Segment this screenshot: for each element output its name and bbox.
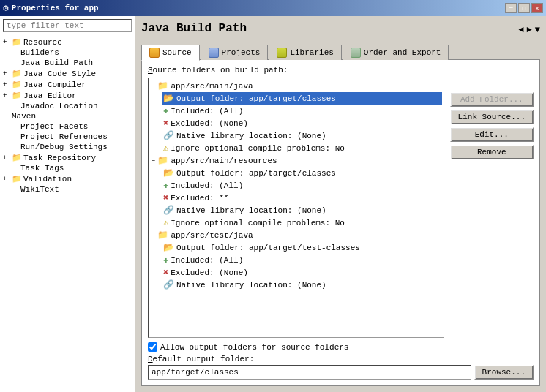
build-path-tree[interactable]: – 📁 app/src/main/java 📂 Output folder: a… xyxy=(148,78,444,338)
node-label: app/src/main/resources xyxy=(171,157,277,165)
allow-output-label: Allow output folders for source folders xyxy=(160,343,348,352)
javadoc-label: Javadoc Location xyxy=(20,102,98,110)
restore-button[interactable]: ❐ xyxy=(518,3,530,13)
wikitext-label: WikiText xyxy=(20,185,59,194)
content-buttons: Add Folder... Link Source... Edit... Rem… xyxy=(450,78,534,338)
right-panel: Java Build Path ◄ ► ▼ Source Projects Li… xyxy=(135,16,546,392)
java-compiler-icon: 📁 xyxy=(12,80,22,89)
exclude-icon: ✖ xyxy=(163,118,168,129)
remove-button[interactable]: Remove xyxy=(450,145,534,159)
tree-node-output-resources[interactable]: 📂 Output folder: app/target/classes xyxy=(162,167,442,179)
java-build-path-label: Java Build Path xyxy=(20,59,93,67)
tab-source[interactable]: Source xyxy=(141,45,200,61)
tree-node-excluded-1[interactable]: ✖ Excluded: (None) xyxy=(162,117,442,129)
tree-node-excluded-3[interactable]: ✖ Excluded: (None) xyxy=(162,266,442,279)
projects-tab-icon xyxy=(209,48,219,58)
folder-icon: 📁 xyxy=(157,155,168,166)
edit-button[interactable]: Edit... xyxy=(450,127,534,142)
tree-item-maven[interactable]: – Maven xyxy=(1,111,133,121)
tree-item-javadoc[interactable]: Javadoc Location xyxy=(10,101,133,111)
node-label: Excluded: (None) xyxy=(171,268,248,277)
project-facets-label: Project Facets xyxy=(20,122,88,131)
tree-node-native-1[interactable]: 🔗 Native library location: (None) xyxy=(162,129,442,142)
native-icon: 🔗 xyxy=(163,130,174,141)
builders-label: Builders xyxy=(20,48,59,57)
close-button[interactable]: ✕ xyxy=(531,3,543,13)
tree-item-validation[interactable]: + 📁 Validation xyxy=(1,173,133,184)
tree-item-task-tags[interactable]: Task Tags xyxy=(10,163,133,173)
tree-item-java-code-style[interactable]: + 📁 Java Code Style xyxy=(1,68,133,79)
node-label: Ignore optional compile problems: No xyxy=(171,144,345,153)
libraries-tab-icon xyxy=(277,48,287,58)
link-source-button[interactable]: Link Source... xyxy=(450,110,534,124)
node-label: Included: (All) xyxy=(171,181,243,190)
allow-output-checkbox[interactable] xyxy=(148,342,157,352)
project-references-label: Project References xyxy=(20,132,108,141)
expand-icon: + xyxy=(3,81,10,88)
java-code-style-icon: 📁 xyxy=(12,69,22,78)
tree-node-included-1[interactable]: ✚ Included: (All) xyxy=(162,105,442,117)
tree-item-run-debug[interactable]: Run/Debug Settings xyxy=(10,142,133,152)
default-rest: efault output folder: xyxy=(153,355,255,363)
collapse-icon: – xyxy=(152,157,155,165)
expand-icon: + xyxy=(3,92,10,99)
back-nav-icon[interactable]: ◄ xyxy=(518,25,523,35)
tree-item-task-repository[interactable]: + 📁 Task Repository xyxy=(1,152,133,163)
node-label: Excluded: ** xyxy=(171,194,228,203)
tab-libraries[interactable]: Libraries xyxy=(269,45,341,60)
tree-item-project-facets[interactable]: Project Facets xyxy=(10,121,133,132)
tab-order[interactable]: Order and Export xyxy=(343,45,449,60)
panel-title: Java Build Path xyxy=(141,22,247,35)
window-title: Properties for app xyxy=(12,4,99,12)
tabs: Source Projects Libraries Order and Expo… xyxy=(141,44,540,60)
run-debug-label: Run/Debug Settings xyxy=(20,143,108,151)
tree-item-project-references[interactable]: Project References xyxy=(10,132,133,142)
tree-node-output-test[interactable]: 📂 Output folder: app/target/test-classes xyxy=(162,241,442,254)
tree-node-ignore-2[interactable]: ⚠ Ignore optional compile problems: No xyxy=(162,216,442,229)
expand-icon: – xyxy=(3,113,10,120)
expand-icon: + xyxy=(3,176,10,183)
node-label: Output folder: app/target/classes xyxy=(176,94,336,103)
tree-item-java-editor[interactable]: + 📁 Java Editor xyxy=(1,90,133,101)
add-folder-button[interactable]: Add Folder... xyxy=(450,92,534,107)
java-compiler-label: Java Compiler xyxy=(23,80,86,89)
forward-nav-icon[interactable]: ► xyxy=(527,25,532,35)
filter-input[interactable] xyxy=(3,19,132,32)
tree-node-included-3[interactable]: ✚ Included: (All) xyxy=(162,254,442,266)
default-output-input[interactable] xyxy=(148,365,471,380)
tree-node-included-2[interactable]: ✚ Included: (All) xyxy=(162,179,442,192)
tree-item-builders[interactable]: Builders xyxy=(10,48,133,58)
expand-icon: + xyxy=(3,39,10,46)
tree-node-main-java[interactable]: – 📁 app/src/main/java xyxy=(150,80,442,92)
include-icon: ✚ xyxy=(163,105,168,116)
folder-icon: 📁 xyxy=(157,80,168,91)
task-repository-label: Task Repository xyxy=(23,154,96,162)
browse-button[interactable]: Browse... xyxy=(474,365,534,380)
tree-node-native-3[interactable]: 🔗 Native library location: (None) xyxy=(162,279,442,291)
source-folders-label: Source folders on build path: xyxy=(148,66,534,75)
node-label: Output folder: app/target/test-classes xyxy=(176,244,360,252)
tree-label: Resource xyxy=(23,38,62,47)
tab-projects[interactable]: Projects xyxy=(201,45,269,60)
task-tags-label: Task Tags xyxy=(20,164,64,173)
tree-item-java-build-path[interactable]: Java Build Path xyxy=(10,58,133,68)
checkbox-row: Allow output folders for source folders xyxy=(148,342,534,352)
tree-node-main-resources[interactable]: – 📁 app/src/main/resources xyxy=(150,154,442,167)
tree-item-resource[interactable]: + 📁 Resource xyxy=(1,37,133,48)
node-label: Ignore optional compile problems: No xyxy=(171,219,345,227)
minimize-button[interactable]: — xyxy=(505,3,517,13)
tree-node-ignore-1[interactable]: ⚠ Ignore optional compile problems: No xyxy=(162,142,442,154)
source-tab-icon xyxy=(149,48,160,58)
tree-node-native-2[interactable]: 🔗 Native library location: (None) xyxy=(162,204,442,216)
nav-dropdown-icon[interactable]: ▼ xyxy=(535,25,540,35)
tree-item-java-compiler[interactable]: + 📁 Java Compiler xyxy=(1,79,133,90)
node-label: Output folder: app/target/classes xyxy=(176,169,336,178)
source-label-rest: ource folders on build path: xyxy=(153,66,288,75)
collapse-icon: – xyxy=(152,83,155,90)
source-label-underline: S xyxy=(148,66,153,75)
include-icon: ✚ xyxy=(163,180,168,191)
tree-node-test-java[interactable]: – 📁 app/src/test/java xyxy=(150,229,442,241)
tree-node-excluded-2[interactable]: ✖ Excluded: ** xyxy=(162,192,442,204)
tree-item-wikitext[interactable]: WikiText xyxy=(10,184,133,195)
tree-node-output-main[interactable]: 📂 Output folder: app/target/classes xyxy=(162,92,442,105)
